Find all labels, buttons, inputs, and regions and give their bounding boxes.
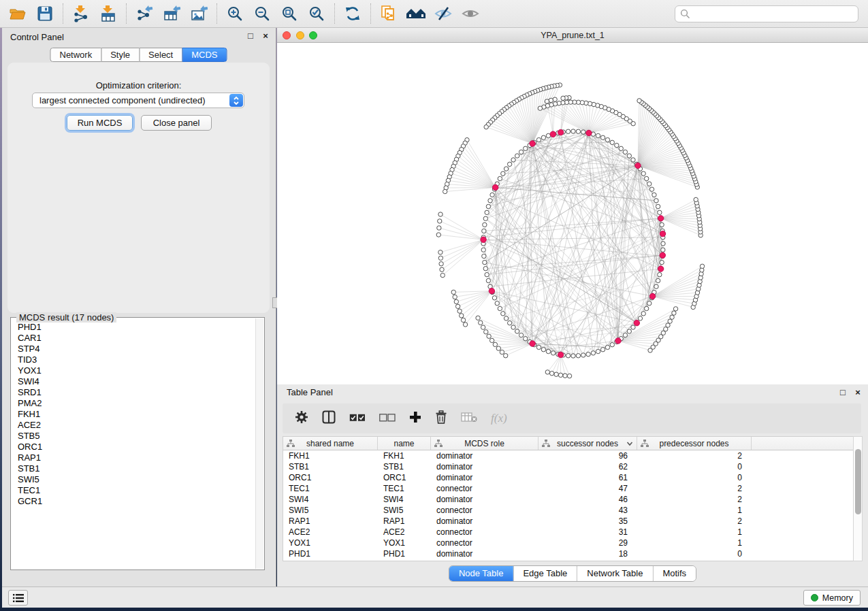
mcds-result-item[interactable]: ORC1 (12, 442, 255, 452)
table-cell[interactable]: ORC1 (378, 472, 431, 483)
network-file-icon[interactable] (375, 2, 402, 25)
tab-node-table[interactable]: Node Table (449, 566, 513, 581)
hide-selected-icon[interactable] (430, 2, 457, 25)
table-cell[interactable]: ACE2 (378, 527, 431, 538)
table-cell[interactable]: RAP1 (283, 516, 378, 527)
column-header-predecessor-nodes[interactable]: predecessor nodes (637, 437, 752, 450)
table-cell[interactable]: TEC1 (283, 483, 378, 494)
run-mcds-button[interactable]: Run MCDS (67, 115, 133, 131)
export-table-icon[interactable] (158, 2, 185, 25)
mcds-result-item[interactable]: TID3 (12, 354, 255, 365)
column-header-shared-name[interactable]: shared name (283, 437, 378, 450)
table-cell[interactable]: dominator (431, 461, 539, 472)
table-cell[interactable]: SWI4 (378, 494, 431, 505)
open-file-icon[interactable] (4, 2, 31, 25)
tab-network-table[interactable]: Network Table (577, 566, 652, 581)
table-row[interactable]: ORC1ORC1dominator610 (283, 472, 858, 483)
mcds-result-item[interactable]: SWI4 (12, 376, 255, 387)
mcds-result-item[interactable]: YOX1 (12, 365, 255, 376)
select-all-icon[interactable] (349, 412, 366, 425)
table-settings-gear-icon[interactable] (295, 410, 308, 427)
network-canvas[interactable] (277, 43, 868, 384)
table-cell[interactable]: TEC1 (378, 483, 431, 494)
table-cell[interactable]: 96 (539, 450, 637, 461)
table-cell[interactable]: FKH1 (283, 450, 378, 461)
table-cell[interactable]: PHD1 (283, 548, 378, 559)
delete-column-icon[interactable] (435, 410, 447, 427)
mcds-result-item[interactable]: STB1 (12, 463, 255, 474)
table-cell[interactable]: 0 (637, 548, 752, 559)
table-row[interactable]: SWI5SWI5connector431 (283, 505, 858, 516)
column-header-name[interactable]: name (378, 437, 431, 450)
table-cell[interactable]: ACE2 (283, 527, 378, 538)
mcds-list-scrollbar[interactable] (255, 318, 263, 569)
table-cell[interactable]: 1 (637, 527, 752, 538)
table-cell[interactable]: RAP1 (378, 516, 431, 527)
close-panel-icon[interactable]: × (261, 31, 270, 42)
mcds-result-item[interactable]: STB5 (12, 431, 255, 442)
task-history-button[interactable] (8, 590, 28, 606)
table-cell[interactable]: ORC1 (283, 472, 378, 483)
table-cell[interactable]: FKH1 (378, 450, 431, 461)
close-panel-button[interactable]: Close panel (141, 115, 212, 131)
mcds-result-item[interactable]: CAR1 (12, 333, 255, 344)
table-cell[interactable]: 46 (539, 494, 637, 505)
zoom-in-icon[interactable] (221, 2, 248, 25)
export-network-icon[interactable] (131, 2, 158, 25)
float-panel-icon[interactable]: □ (246, 31, 255, 42)
tab-mcds[interactable]: MCDS (182, 48, 227, 62)
save-session-icon[interactable] (31, 2, 59, 25)
table-cell[interactable]: 2 (637, 516, 752, 527)
table-cell[interactable]: connector (431, 527, 539, 538)
table-cell[interactable]: dominator (431, 494, 539, 505)
column-header-successor-nodes[interactable]: successor nodes (539, 437, 637, 450)
table-row[interactable]: PHD1PHD1dominator180 (283, 548, 858, 559)
criterion-select[interactable]: largest connected component (undirected) (32, 93, 244, 108)
mcds-result-item[interactable]: PMA2 (12, 398, 255, 409)
table-cell[interactable]: dominator (431, 516, 539, 527)
table-row[interactable]: STB1STB1dominator620 (283, 461, 858, 472)
select-stepper-icon[interactable] (229, 94, 243, 107)
add-column-icon[interactable] (409, 411, 421, 426)
table-cell[interactable]: STB1 (283, 461, 378, 472)
export-image-icon[interactable] (185, 2, 212, 25)
table-cell[interactable]: 1 (637, 538, 752, 548)
table-cell[interactable]: 2 (637, 483, 752, 494)
table-cell[interactable]: 2 (637, 450, 752, 461)
table-cell[interactable]: YOX1 (283, 538, 378, 548)
table-cell[interactable]: SWI5 (283, 505, 378, 516)
float-table-panel-icon[interactable]: □ (838, 387, 848, 398)
mcds-result-item[interactable]: ACE2 (12, 420, 255, 431)
tab-network[interactable]: Network (50, 48, 101, 62)
zoom-out-icon[interactable] (248, 2, 276, 25)
table-cell[interactable]: SWI5 (378, 505, 431, 516)
tab-style[interactable]: Style (101, 48, 140, 62)
mcds-result-item[interactable]: RAP1 (12, 452, 255, 463)
close-table-panel-icon[interactable]: × (853, 387, 863, 398)
import-network-icon[interactable] (67, 2, 95, 25)
memory-button[interactable]: Memory (803, 590, 861, 606)
table-cell[interactable]: 35 (539, 516, 637, 527)
zoom-fit-icon[interactable] (276, 2, 303, 25)
table-cell[interactable]: PHD1 (378, 548, 431, 559)
table-cell[interactable]: dominator (431, 450, 539, 461)
table-cell[interactable]: 61 (539, 472, 637, 483)
table-cell[interactable]: 31 (539, 527, 637, 538)
tab-edge-table[interactable]: Edge Table (513, 566, 577, 581)
table-cell[interactable]: 1 (637, 505, 752, 516)
table-cell[interactable]: connector (431, 483, 539, 494)
table-row[interactable]: YOX1YOX1connector291 (283, 538, 858, 548)
table-row[interactable]: SWI4SWI4dominator462 (283, 494, 858, 505)
table-scrollbar-thumb[interactable] (855, 449, 861, 514)
mcds-result-item[interactable]: PHD1 (12, 322, 255, 333)
table-scrollbar[interactable] (853, 436, 863, 561)
table-cell[interactable]: 0 (637, 461, 752, 472)
table-cell[interactable]: connector (431, 538, 539, 548)
table-cell[interactable]: 47 (539, 483, 637, 494)
table-cell[interactable]: dominator (431, 548, 539, 559)
mcds-result-item[interactable]: SWI5 (12, 474, 255, 485)
table-cell[interactable]: YOX1 (378, 538, 431, 548)
mcds-result-item[interactable]: STP4 (12, 344, 255, 354)
sort-chevron-icon[interactable] (626, 441, 633, 446)
table-row[interactable]: FKH1FKH1dominator962 (283, 450, 858, 461)
